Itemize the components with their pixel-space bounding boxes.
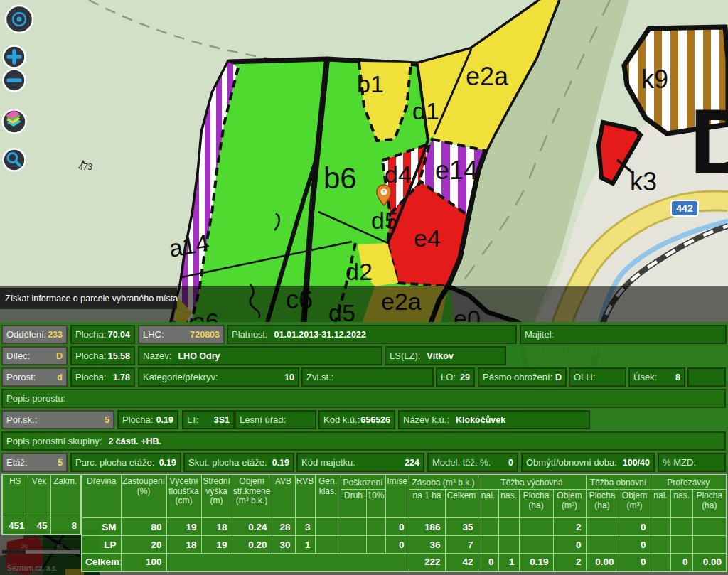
svg-text:d4: d4 — [385, 161, 412, 188]
svg-text:e2a: e2a — [466, 62, 509, 91]
svg-text:*: * — [382, 189, 385, 197]
svg-text:D: D — [690, 90, 728, 193]
svg-text:442: 442 — [676, 203, 693, 214]
svg-text:k9: k9 — [641, 65, 668, 94]
svg-text:d2: d2 — [346, 258, 373, 285]
svg-text:b1: b1 — [357, 70, 384, 97]
svg-text:d5: d5 — [371, 207, 398, 234]
svg-text:473: 473 — [78, 162, 92, 172]
svg-text:e14: e14 — [435, 156, 478, 185]
svg-text:e4: e4 — [414, 225, 441, 252]
svg-text:b6: b6 — [323, 161, 357, 195]
svg-text:k3: k3 — [630, 167, 657, 196]
svg-text:d1: d1 — [412, 97, 439, 124]
